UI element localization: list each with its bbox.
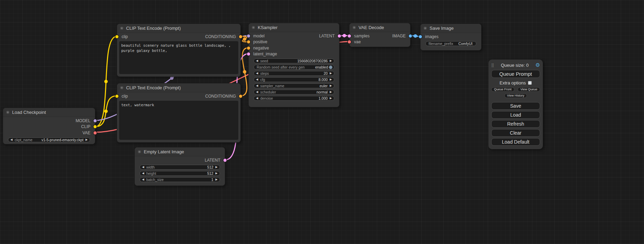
prev-arrow-icon[interactable]: ◀: [256, 71, 258, 75]
node-clip-text-encode-negative[interactable]: CLIP Text Encode (Prompt) clip CONDITION…: [117, 83, 241, 143]
next-arrow-icon[interactable]: ▶: [215, 178, 218, 182]
output-dot-latent[interactable]: [338, 34, 341, 37]
node-vae-decode[interactable]: VAE Decode samples IMAGE vae: [349, 23, 411, 47]
link-midpoint-dot[interactable]: [243, 70, 246, 74]
link-midpoint-dot[interactable]: [104, 110, 108, 113]
node-clip-text-encode-positive[interactable]: CLIP Text Encode (Prompt) clip CONDITION…: [117, 24, 241, 77]
widget-height[interactable]: ◀ height 512 ▶: [140, 171, 220, 176]
input-dot-positive[interactable]: [247, 40, 250, 44]
input-slot-negative: negative: [249, 45, 339, 51]
node-titlebar[interactable]: Save Image: [421, 24, 481, 33]
drag-handle-icon[interactable]: ⣿: [491, 63, 494, 67]
queue-front-button[interactable]: Queue Front: [491, 87, 514, 92]
collapse-dot-icon[interactable]: [6, 111, 9, 114]
prev-arrow-icon[interactable]: ◀: [10, 138, 12, 142]
widget-seed-control[interactable]: Random seed after every gen enabled: [254, 65, 334, 70]
link-midpoint-dot[interactable]: [104, 80, 108, 83]
next-arrow-icon[interactable]: ▶: [330, 96, 332, 100]
prev-arrow-icon[interactable]: ◀: [256, 90, 258, 94]
next-arrow-icon[interactable]: ▶: [330, 59, 332, 63]
link-midpoint-dot[interactable]: [243, 37, 246, 41]
next-arrow-icon[interactable]: ▶: [330, 78, 332, 82]
prev-arrow-icon[interactable]: ◀: [256, 78, 258, 82]
output-slot-latent: LATENT: [135, 157, 225, 163]
collapse-dot-icon[interactable]: [353, 26, 356, 29]
output-dot-conditioning[interactable]: [239, 35, 242, 38]
node-empty-latent-image[interactable]: Empty Latent Image LATENT ◀ width 512 ▶ …: [134, 147, 225, 186]
prev-arrow-icon[interactable]: ◀: [142, 165, 144, 169]
link-midpoint-dot[interactable]: [414, 34, 417, 38]
widget-width[interactable]: ◀ width 512 ▶: [140, 165, 220, 170]
save-button[interactable]: Save: [491, 102, 540, 110]
clear-button[interactable]: Clear: [491, 129, 540, 137]
settings-gear-icon[interactable]: ⚙: [536, 63, 540, 68]
seed-control-toggle[interactable]: [329, 65, 333, 69]
prev-arrow-icon[interactable]: ◀: [142, 171, 144, 175]
output-dot-vae[interactable]: [94, 131, 97, 134]
widget-seed[interactable]: ◀ seed 156680208700286 ▶: [254, 58, 334, 63]
widget-ckpt-name[interactable]: ◀ ckpt_name v1-5-pruned-emaonly.ckpt ▶: [8, 137, 90, 142]
next-arrow-icon[interactable]: ▶: [215, 171, 218, 175]
next-arrow-icon[interactable]: ▶: [215, 165, 218, 169]
input-dot-model[interactable]: [247, 34, 250, 37]
collapse-dot-icon[interactable]: [138, 150, 141, 153]
link-midpoint-dot[interactable]: [343, 34, 346, 37]
queue-prompt-button[interactable]: Queue Prompt: [491, 70, 540, 78]
link-midpoint-dot[interactable]: [170, 76, 174, 80]
node-titlebar[interactable]: KSampler: [249, 23, 339, 32]
output-dot-clip[interactable]: [94, 125, 97, 128]
output-dot-image[interactable]: [409, 34, 412, 37]
extra-options-checkbox[interactable]: [528, 81, 532, 85]
node-title: CLIP Text Encode (Prompt): [126, 26, 181, 31]
node-titlebar[interactable]: Load Checkpoint: [3, 108, 95, 117]
graph-canvas[interactable]: Load Checkpoint MODEL CLIP VAE ◀ ckpt_na…: [0, 0, 644, 244]
input-dot-clip[interactable]: [115, 94, 118, 98]
output-dot-latent[interactable]: [223, 159, 227, 162]
input-dot-negative[interactable]: [247, 46, 250, 49]
node-load-checkpoint[interactable]: Load Checkpoint MODEL CLIP VAE ◀ ckpt_na…: [3, 108, 95, 144]
load-default-button[interactable]: Load Default: [491, 138, 540, 146]
next-arrow-icon[interactable]: ▶: [330, 84, 332, 88]
node-save-image[interactable]: Save Image images filename_prefix ComfyU…: [420, 24, 482, 51]
next-arrow-icon[interactable]: ▶: [330, 71, 332, 75]
prev-arrow-icon[interactable]: ◀: [142, 178, 144, 182]
widget-batch-size[interactable]: ◀ batch_size 1 ▶: [140, 177, 220, 182]
load-button[interactable]: Load: [491, 111, 540, 119]
view-history-button[interactable]: View History: [504, 93, 527, 98]
next-arrow-icon[interactable]: ▶: [86, 138, 88, 142]
node-titlebar[interactable]: VAE Decode: [350, 23, 410, 32]
widget-filename-prefix[interactable]: filename_prefix ComfyUI: [425, 41, 476, 46]
widget-scheduler[interactable]: ◀ scheduler normal ▶: [254, 90, 334, 94]
node-titlebar[interactable]: CLIP Text Encode (Prompt): [117, 83, 240, 92]
input-dot-samples[interactable]: [348, 34, 351, 37]
next-arrow-icon[interactable]: ▶: [330, 90, 332, 94]
collapse-dot-icon[interactable]: [120, 86, 123, 89]
output-dot-conditioning[interactable]: [239, 94, 242, 98]
widget-sampler-name[interactable]: ◀ sampler_name euler ▶: [254, 83, 334, 88]
widget-denoise[interactable]: ◀ denoise 1.000 ▶: [254, 96, 334, 101]
input-dot-vae[interactable]: [348, 40, 351, 44]
negative-prompt-textarea[interactable]: text, watermark: [119, 101, 238, 140]
view-queue-button[interactable]: View Queue: [518, 87, 540, 92]
output-dot-model[interactable]: [94, 119, 97, 122]
slot-label: LATENT: [319, 34, 335, 38]
widget-steps[interactable]: ◀ steps 20 ▶: [254, 71, 334, 76]
node-ksampler[interactable]: KSampler model LATENT positive negative …: [248, 23, 339, 107]
prev-arrow-icon[interactable]: ◀: [256, 84, 258, 88]
queue-menu-panel[interactable]: ⣿ Queue size: 0 ⚙ Queue Prompt Extra opt…: [488, 60, 543, 149]
collapse-dot-icon[interactable]: [424, 27, 427, 30]
prev-arrow-icon[interactable]: ◀: [256, 59, 258, 63]
widget-cfg[interactable]: ◀ cfg 8.000 ▶: [254, 77, 334, 82]
input-dot-latent-image[interactable]: [247, 53, 250, 56]
widget-label: seed: [260, 59, 268, 63]
input-dot-clip[interactable]: [115, 35, 118, 38]
positive-prompt-textarea[interactable]: beautiful scenery nature glass bottle la…: [119, 41, 238, 74]
node-titlebar[interactable]: CLIP Text Encode (Prompt): [117, 24, 240, 33]
prev-arrow-icon[interactable]: ◀: [256, 96, 258, 100]
node-titlebar[interactable]: Empty Latent Image: [135, 147, 225, 156]
collapse-dot-icon[interactable]: [120, 27, 123, 30]
widget-value: 156680208700286: [297, 59, 328, 63]
refresh-button[interactable]: Refresh: [491, 120, 540, 128]
collapse-dot-icon[interactable]: [252, 26, 255, 29]
input-dot-images[interactable]: [419, 35, 422, 38]
